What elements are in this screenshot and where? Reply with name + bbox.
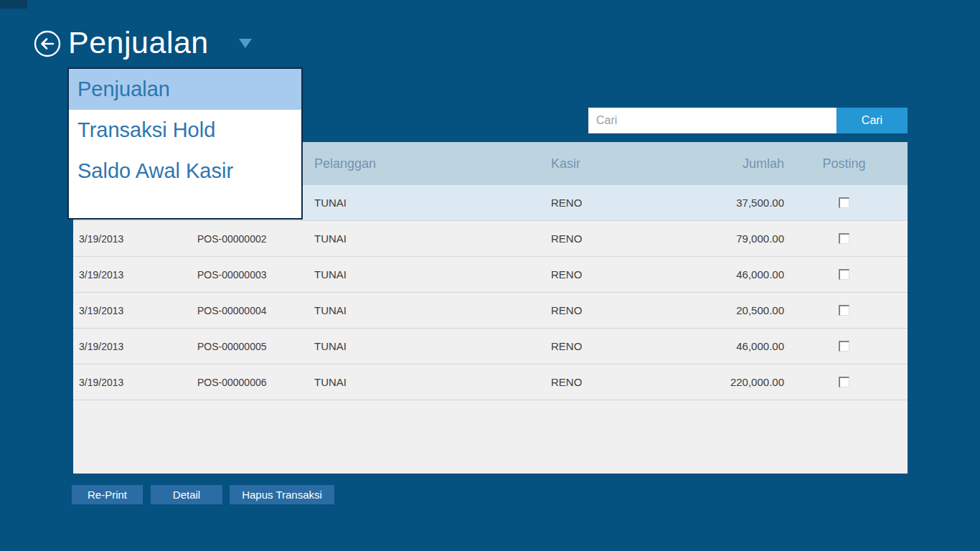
search-input[interactable] — [588, 108, 837, 133]
posting-checkbox[interactable] — [839, 377, 849, 387]
cell-pelanggan: TUNAI — [310, 268, 547, 281]
table-row[interactable]: 3/19/2013 POS-00000005 TUNAI RENO 46,000… — [73, 329, 908, 364]
cell-jumlah: 46,000.00 — [669, 340, 791, 352]
cell-pelanggan: TUNAI — [310, 304, 547, 316]
cell-date: 3/19/2013 — [73, 341, 192, 352]
posting-checkbox[interactable] — [839, 305, 849, 316]
table-row[interactable]: 3/19/2013 POS-00000002 TUNAI RENO 79,000… — [73, 221, 908, 257]
cell-transaction-no: POS-00000004 — [192, 305, 310, 316]
header-posting: Posting — [791, 156, 908, 171]
table-row[interactable]: 3/19/2013 POS-00000004 TUNAI RENO 20,500… — [73, 293, 908, 329]
detail-button[interactable]: Detail — [151, 485, 222, 504]
hapus-transaksi-button[interactable]: Hapus Transaksi — [230, 485, 334, 504]
cell-transaction-no: POS-00000005 — [192, 341, 310, 352]
cell-jumlah: 37,500.00 — [669, 197, 791, 209]
cell-pelanggan: TUNAI — [310, 197, 547, 209]
posting-checkbox[interactable] — [839, 233, 849, 244]
nav-dropdown: Penjualan Transaksi Hold Saldo Awal Kasi… — [67, 67, 303, 220]
cell-kasir: RENO — [547, 197, 669, 209]
posting-checkbox[interactable] — [839, 197, 849, 208]
cell-date: 3/19/2013 — [73, 377, 192, 388]
dropdown-item-saldo-awal-kasir[interactable]: Saldo Awal Kasir — [69, 151, 301, 192]
cell-kasir: RENO — [547, 232, 669, 245]
cell-kasir: RENO — [547, 304, 669, 316]
posting-checkbox[interactable] — [839, 341, 849, 352]
cell-jumlah: 79,000.00 — [669, 232, 791, 245]
cell-date: 3/19/2013 — [73, 269, 192, 281]
reprint-button[interactable]: Re-Print — [72, 485, 143, 504]
cell-kasir: RENO — [547, 376, 669, 388]
cell-kasir: RENO — [547, 340, 669, 352]
cell-pelanggan: TUNAI — [310, 376, 547, 388]
posting-checkbox[interactable] — [839, 269, 849, 280]
cell-date: 3/19/2013 — [73, 233, 192, 245]
cell-jumlah: 46,000.00 — [669, 268, 791, 281]
dropdown-item-transaksi-hold[interactable]: Transaksi Hold — [69, 110, 301, 151]
dropdown-item-penjualan[interactable]: Penjualan — [69, 69, 301, 110]
back-arrow-icon — [34, 49, 61, 60]
action-bar: Re-Print Detail Hapus Transaksi — [72, 485, 334, 504]
cell-transaction-no: POS-00000003 — [192, 269, 310, 281]
search-button[interactable]: Cari — [837, 108, 908, 133]
page-title[interactable]: Penjualan — [68, 20, 209, 65]
table-row[interactable]: 3/19/2013 POS-00000003 TUNAI RENO 46,000… — [73, 257, 908, 293]
cell-kasir: RENO — [547, 268, 669, 281]
cell-date: 3/19/2013 — [73, 305, 192, 316]
cell-transaction-no: POS-00000006 — [192, 377, 310, 388]
cell-jumlah: 220,000.00 — [669, 376, 791, 388]
cell-pelanggan: TUNAI — [310, 340, 547, 352]
cell-jumlah: 20,500.00 — [669, 304, 791, 316]
cell-pelanggan: TUNAI — [310, 232, 547, 245]
window-corner-artifact — [0, 0, 27, 9]
back-button[interactable] — [34, 30, 61, 57]
header-jumlah: Jumlah — [669, 156, 791, 171]
header-kasir: Kasir — [547, 156, 669, 171]
header-pelanggan: Pelanggan — [310, 156, 547, 171]
table-row[interactable]: 3/19/2013 POS-00000006 TUNAI RENO 220,00… — [73, 364, 908, 400]
cell-transaction-no: POS-00000002 — [192, 233, 310, 245]
chevron-down-icon[interactable] — [239, 39, 252, 48]
